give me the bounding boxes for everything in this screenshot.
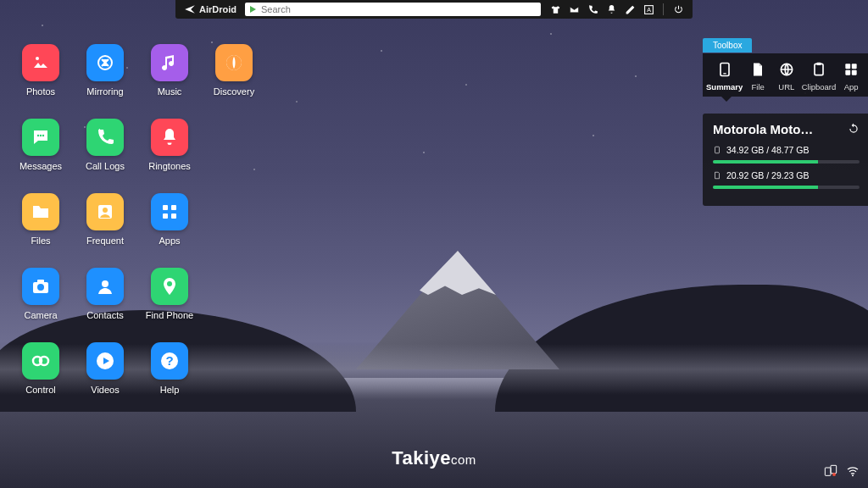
bell-icon[interactable]: [605, 3, 617, 15]
search-input[interactable]: [261, 4, 536, 14]
app-label: Help: [160, 385, 180, 395]
app-mirroring[interactable]: Mirroring: [73, 44, 137, 97]
storage-row-sdcard: 20.92 GB / 29.23 GB: [713, 170, 860, 180]
power-icon[interactable]: [672, 3, 684, 15]
play-store-icon: [250, 6, 256, 13]
toolbox-caret: [721, 97, 732, 102]
url-icon: [777, 60, 796, 79]
findphone-icon: [151, 268, 188, 305]
svg-rect-33: [715, 147, 720, 153]
svg-rect-10: [163, 205, 168, 210]
videos-icon: [86, 342, 124, 380]
app-label: Control: [25, 385, 55, 395]
photos-icon: [22, 44, 59, 81]
tool-label: URL: [778, 82, 794, 92]
app-discovery[interactable]: Discovery: [202, 44, 266, 97]
app-label: Call Logs: [86, 161, 125, 171]
app-music[interactable]: Music: [137, 44, 202, 97]
tool-label: App: [844, 82, 859, 92]
watermark-thin: com: [451, 452, 476, 467]
app-photos[interactable]: Photos: [8, 44, 73, 97]
svg-text:A: A: [647, 7, 651, 13]
app-control[interactable]: Control: [8, 342, 73, 395]
app-label: Ringtones: [148, 161, 191, 171]
tshirt-icon[interactable]: [549, 3, 561, 15]
discovery-icon: [215, 44, 253, 81]
svg-rect-29: [845, 64, 850, 69]
app-frequent[interactable]: Frequent: [73, 193, 137, 246]
svg-point-6: [40, 135, 42, 136]
calllogs-icon: [86, 119, 124, 156]
svg-rect-25: [723, 73, 726, 74]
phone-icon[interactable]: [587, 3, 598, 15]
mail-icon[interactable]: [568, 3, 580, 15]
edit-icon[interactable]: [624, 3, 636, 15]
storage-text: 20.92 GB / 29.23 GB: [726, 170, 809, 180]
svg-point-17: [102, 280, 108, 287]
svg-point-18: [167, 281, 172, 286]
tool-clipboard[interactable]: Clipboard: [802, 60, 837, 92]
apps-icon: [151, 193, 188, 230]
app-label: Files: [31, 236, 50, 246]
brand-logo-icon: [184, 3, 196, 15]
tool-summary[interactable]: Summary: [706, 60, 743, 92]
svg-point-5: [37, 135, 39, 136]
svg-text:?: ?: [165, 353, 173, 368]
toolbox-tab[interactable]: Toolbox: [703, 38, 752, 53]
app-contacts[interactable]: Contacts: [73, 268, 137, 320]
app-videos[interactable]: Videos: [73, 342, 137, 395]
app-ringtones[interactable]: Ringtones: [137, 119, 202, 171]
svg-rect-12: [163, 214, 168, 219]
summary-icon: [715, 60, 734, 79]
storage-bar-sdcard: [713, 186, 860, 189]
font-icon[interactable]: A: [643, 3, 654, 15]
app-apps[interactable]: Apps: [137, 193, 202, 246]
svg-point-2: [36, 57, 39, 60]
app-calllogs[interactable]: Call Logs: [73, 119, 137, 171]
device-name: Motorola Moto…: [713, 122, 813, 136]
app-label: Find Phone: [146, 310, 193, 320]
svg-rect-27: [815, 64, 823, 75]
control-icon: [22, 342, 59, 380]
tool-url[interactable]: URL: [773, 60, 800, 92]
svg-point-7: [42, 135, 44, 136]
svg-rect-13: [171, 214, 176, 219]
device-panel: Motorola Moto… 34.92 GB / 48.77 GB20.92 …: [703, 114, 868, 206]
wifi-icon[interactable]: [846, 464, 860, 481]
svg-rect-35: [831, 465, 837, 473]
svg-point-37: [852, 474, 854, 476]
status-bar: [824, 464, 860, 481]
topbar-right: A: [541, 3, 693, 15]
app-messages[interactable]: Messages: [8, 119, 73, 171]
app-label: Camera: [24, 310, 57, 320]
app-findphone[interactable]: Find Phone: [137, 268, 202, 320]
search-box[interactable]: [245, 3, 541, 16]
connection-icon[interactable]: [824, 464, 837, 481]
file-icon: [748, 60, 767, 79]
svg-rect-28: [816, 63, 821, 65]
app-help[interactable]: ?Help: [137, 342, 202, 395]
tool-file[interactable]: File: [744, 60, 771, 92]
camera-icon: [22, 268, 59, 305]
svg-rect-32: [852, 70, 857, 75]
refresh-button[interactable]: [848, 123, 860, 136]
messages-icon: [22, 119, 59, 156]
app-label: Photos: [26, 86, 55, 97]
contacts-icon: [86, 268, 124, 305]
tool-app[interactable]: App: [837, 60, 865, 92]
tool-label: File: [751, 82, 764, 92]
svg-rect-15: [37, 280, 44, 283]
top-bar: AirDroid A: [175, 0, 693, 19]
watermark-bold: Takiye: [392, 447, 451, 469]
storage-text: 34.92 GB / 48.77 GB: [726, 145, 809, 155]
clipboard-icon: [810, 60, 828, 79]
mirroring-icon: [86, 44, 124, 81]
tool-label: Clipboard: [802, 82, 837, 92]
app-files[interactable]: Files: [8, 193, 73, 246]
ringtones-icon: [151, 119, 188, 156]
toolbox-tools: SummaryFileURLClipboardApp: [703, 53, 868, 97]
app-icon: [842, 60, 860, 79]
brand[interactable]: AirDroid: [175, 3, 245, 15]
app-camera[interactable]: Camera: [8, 268, 73, 320]
desktop-grid: PhotosMirroringMusicDiscoveryMessagesCal…: [8, 44, 266, 395]
